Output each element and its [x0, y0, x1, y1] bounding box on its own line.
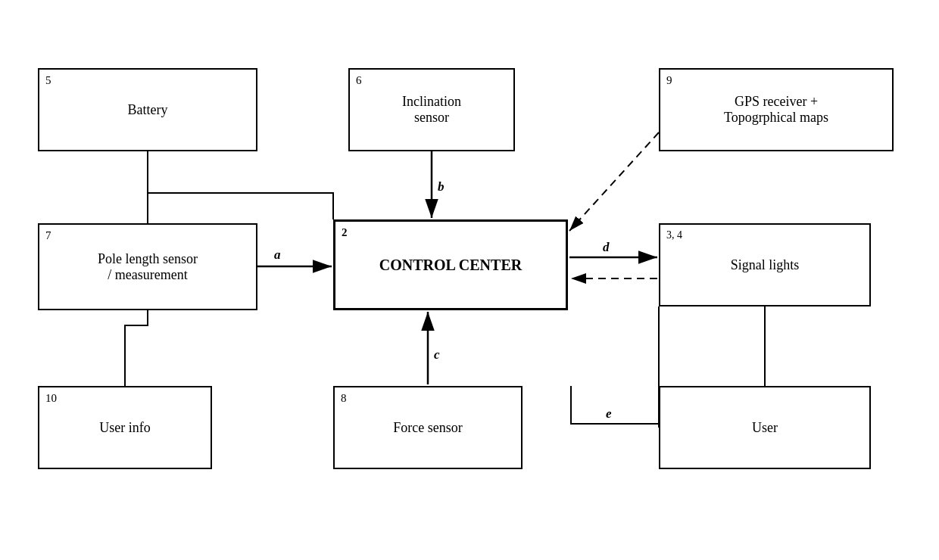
pole-num: 7 [45, 229, 51, 242]
force-box: 8 Force sensor [333, 386, 523, 469]
control-box: 2 CONTROL CENTER [333, 219, 568, 310]
signal-box: 3, 4 Signal lights [659, 223, 871, 306]
user-box: User [659, 386, 871, 469]
signal-label: Signal lights [731, 257, 800, 273]
user-label: User [752, 420, 778, 436]
signal-num: 3, 4 [666, 229, 682, 241]
svg-text:c: c [434, 347, 440, 362]
battery-label: Battery [128, 102, 168, 118]
control-label: CONTROL CENTER [379, 257, 522, 274]
svg-text:a: a [274, 247, 281, 262]
svg-text:d: d [603, 240, 610, 254]
inclination-num: 6 [356, 74, 362, 87]
gps-box: 9 GPS receiver + Topogrphical maps [659, 68, 894, 151]
battery-num: 5 [45, 74, 51, 87]
inclination-box: 6 Inclination sensor [348, 68, 515, 151]
svg-text:e: e [606, 406, 612, 421]
userinfo-label: User info [99, 420, 150, 436]
userinfo-num: 10 [45, 392, 57, 405]
force-num: 8 [341, 392, 347, 405]
control-num: 2 [342, 226, 348, 239]
svg-text:b: b [438, 179, 445, 194]
battery-box: 5 Battery [38, 68, 257, 151]
diagram: b a d c e 5 Battery [0, 0, 939, 560]
gps-label: GPS receiver + Topogrphical maps [724, 94, 828, 126]
userinfo-box: 10 User info [38, 386, 212, 469]
force-label: Force sensor [393, 420, 462, 436]
svg-line-6 [569, 132, 659, 231]
pole-label: Pole length sensor / measurement [98, 251, 198, 283]
inclination-label: Inclination sensor [402, 94, 461, 126]
gps-num: 9 [666, 74, 672, 87]
pole-box: 7 Pole length sensor / measurement [38, 223, 257, 310]
